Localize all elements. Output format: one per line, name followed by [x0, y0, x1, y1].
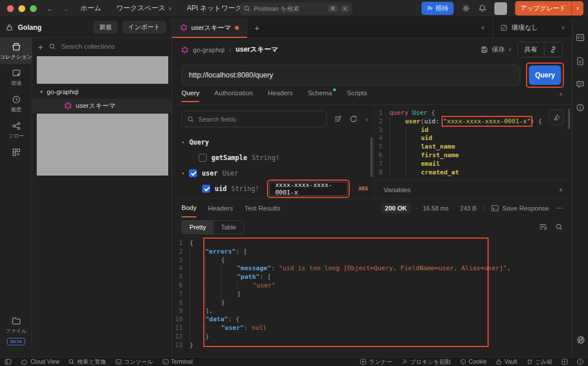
split-view-icon — [562, 359, 568, 365]
fields-scrollbar[interactable] — [370, 137, 373, 177]
search-icon[interactable] — [555, 223, 563, 231]
statusbar-runner[interactable]: ランナー — [360, 358, 392, 366]
response-json[interactable]: 1{2 "errors": [3 {4 "message": "uid is t… — [172, 239, 572, 349]
chevron-down-icon: ∨ — [168, 6, 172, 11]
close-window-icon[interactable] — [7, 5, 14, 12]
collapse-up-icon[interactable]: ∧ — [559, 187, 563, 193]
sidebar-item-environments[interactable]: 環境 — [0, 64, 32, 91]
statusbar-vault[interactable]: Vault — [496, 359, 517, 365]
comments-icon[interactable] — [576, 80, 585, 88]
statusbar-proxy[interactable]: プロキシを起動 — [401, 358, 451, 366]
upgrade-button[interactable]: アップグレード ∨ — [515, 1, 583, 15]
notifications-bell-icon[interactable] — [478, 4, 486, 13]
sidebar-item-files[interactable]: ファイル BETA — [0, 312, 32, 349]
new-tab-button[interactable]: + — [247, 17, 266, 38]
tab-authorization[interactable]: Authorization — [214, 89, 253, 101]
global-search-input[interactable]: Postman を検索 ⌘ K — [240, 2, 353, 15]
nav-workspaces[interactable]: ワークスペース∨ — [117, 3, 172, 13]
avatar[interactable] — [494, 2, 507, 15]
statusbar-trash[interactable]: ごみ箱 — [527, 358, 552, 366]
uid-argument-input[interactable]: xxxx-xxxx-xxxx-0001-x — [269, 182, 347, 196]
chevron-down-icon[interactable]: ▾ — [181, 170, 184, 176]
graphql-editor[interactable]: 1query User {2 user(uid: "xxxx-xxxx-xxxx… — [374, 105, 572, 198]
nav-api-network[interactable]: API ネットワーク — [187, 3, 242, 13]
statusbar-split-view-button[interactable] — [562, 359, 568, 365]
response-tab-headers[interactable]: Headers — [208, 200, 233, 217]
lock-icon — [6, 24, 13, 31]
builder-row-user[interactable]: ▾ user User — [181, 165, 368, 181]
response-body[interactable]: 1{2 "errors": [3 {4 "message": "uid is t… — [172, 237, 572, 355]
statusbar-cookies[interactable]: Cookie — [460, 359, 486, 365]
sidebar-toggle-button[interactable] — [5, 359, 11, 365]
statusbar-cloud-view[interactable]: Cloud View — [21, 359, 59, 365]
collapse-left-icon[interactable]: ‹ — [366, 115, 368, 123]
variables-section[interactable]: Variables ∧ — [374, 180, 572, 198]
query-send-button[interactable]: Query — [529, 65, 561, 85]
sidebar-item-collections[interactable]: コレクション — [0, 38, 32, 64]
save-response-button[interactable]: Save Response — [491, 205, 549, 212]
collapse-up-icon[interactable]: ∧ — [559, 89, 563, 97]
save-chevron-icon[interactable]: ∨ — [508, 47, 512, 52]
chevron-down-icon[interactable]: ▾ — [181, 139, 184, 145]
workspace-name[interactable]: Golang — [18, 24, 89, 32]
tab-list-chevron-icon[interactable]: ∨ — [473, 25, 493, 30]
tab-schema[interactable]: Schema — [308, 89, 332, 101]
wrap-lines-icon[interactable] — [539, 223, 547, 231]
graphql-code[interactable]: 1query User {2 user(uid: "xxxx-xxxx-xxxx… — [374, 105, 572, 177]
documentation-icon[interactable] — [577, 57, 584, 65]
statusbar-terminal[interactable]: Terminal — [163, 359, 193, 365]
environment-selector[interactable]: 環境なし ∨ — [493, 17, 572, 38]
response-tab-body[interactable]: Body — [181, 199, 196, 217]
settings-gear-icon[interactable] — [462, 4, 470, 13]
share-button[interactable]: 共有 — [518, 42, 544, 57]
view-table[interactable]: Table — [214, 221, 243, 233]
sidebar-item-history[interactable]: 履歴 — [0, 91, 32, 117]
builder-row-query-root[interactable]: ▾ Query — [181, 134, 368, 150]
uid-checkbox[interactable] — [202, 185, 210, 193]
add-collection-icon[interactable]: + — [38, 42, 43, 52]
chevron-down-icon[interactable]: ▾ — [40, 89, 43, 95]
new-button[interactable]: 新規 — [94, 21, 118, 34]
minimize-window-icon[interactable] — [18, 5, 25, 12]
maximize-window-icon[interactable] — [30, 5, 37, 12]
statusbar-find-replace[interactable]: 検索と置換 — [68, 358, 106, 366]
response-tab-tests[interactable]: Test Results — [245, 200, 281, 217]
sidebar-item-more-tools[interactable] — [0, 143, 32, 161]
request-item[interactable]: userスキーマ — [32, 99, 172, 112]
invite-button[interactable]: 招待 — [421, 2, 454, 15]
refresh-icon[interactable] — [349, 115, 358, 123]
view-pretty[interactable]: Pretty — [182, 221, 214, 233]
breadcrumb-collection[interactable]: go-graphql — [193, 46, 225, 53]
back-icon[interactable]: ← — [42, 4, 57, 13]
editor-scrollbar[interactable] — [568, 108, 570, 129]
tab-query[interactable]: Query — [181, 89, 199, 102]
copy-link-button[interactable] — [544, 43, 562, 56]
upgrade-chevron-icon[interactable]: ∨ — [571, 1, 583, 15]
variables-panel-icon[interactable] — [576, 33, 585, 42]
highlight-fields-icon[interactable] — [334, 115, 342, 123]
network-offline-icon[interactable] — [577, 336, 585, 344]
statusbar-help-button[interactable]: ? — [577, 359, 583, 365]
search-fields-input[interactable]: Search fields — [181, 111, 327, 127]
getsample-checkbox[interactable] — [199, 154, 207, 162]
tab-headers[interactable]: Headers — [268, 89, 292, 101]
url-input[interactable]: http://localhost:8080/query — [181, 65, 520, 85]
forward-icon[interactable]: → — [57, 4, 72, 13]
open-request-tab[interactable]: userスキーマ — [172, 17, 247, 38]
save-button[interactable]: 保存 ∨ — [481, 45, 512, 54]
import-button[interactable]: インポート — [122, 21, 166, 34]
collections-search-input[interactable]: Search collections — [61, 43, 115, 50]
collection-item[interactable]: ▾ go-graphql — [32, 85, 172, 99]
beautify-button[interactable] — [548, 110, 564, 125]
window-controls[interactable] — [7, 5, 37, 12]
user-checkbox[interactable] — [189, 169, 197, 177]
more-options-icon[interactable]: ⋯ — [556, 204, 564, 212]
statusbar-console[interactable]: コンソール — [115, 358, 153, 366]
nav-home[interactable]: ホーム — [80, 3, 102, 13]
builder-row-uid[interactable]: uid String! xxxx-xxxx-xxxx-0001-x ARG — [181, 181, 368, 196]
info-icon[interactable] — [576, 103, 585, 112]
breadcrumb-request[interactable]: userスキーマ — [235, 45, 278, 54]
sidebar-item-flows[interactable]: フロー — [0, 117, 32, 143]
tab-scripts[interactable]: Scripts — [347, 89, 367, 101]
builder-row-getsample[interactable]: getSample String! — [181, 150, 368, 165]
